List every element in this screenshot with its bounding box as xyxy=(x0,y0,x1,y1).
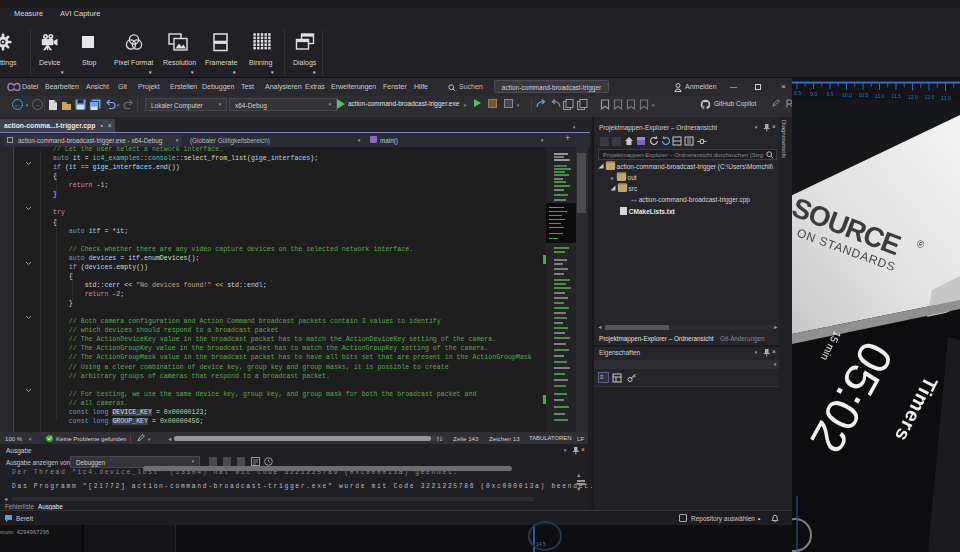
svg-text:9.0: 9.0 xyxy=(810,91,817,97)
svg-text:9.5: 9.5 xyxy=(827,91,834,97)
svg-text:12.0: 12.0 xyxy=(908,94,918,100)
svg-text:11.0: 11.0 xyxy=(875,93,885,99)
svg-text:10.0: 10.0 xyxy=(842,92,852,98)
svg-text:8.5: 8.5 xyxy=(794,90,801,96)
svg-text:13.0: 13.0 xyxy=(941,95,951,101)
svg-text:12.5: 12.5 xyxy=(925,94,935,100)
svg-text:11.5: 11.5 xyxy=(892,93,902,99)
svg-text:10.5: 10.5 xyxy=(859,92,869,98)
